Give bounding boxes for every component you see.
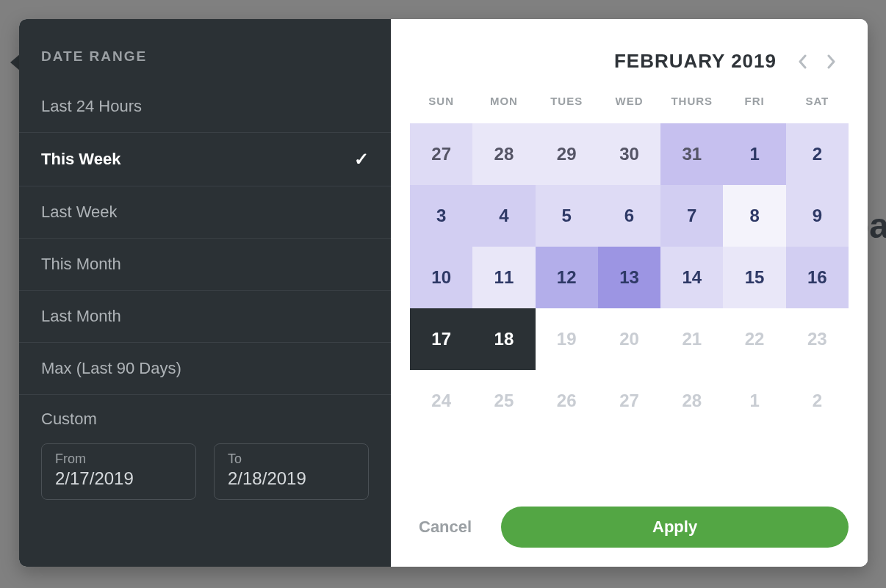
calendar-day[interactable]: 14 (660, 247, 723, 308)
calendar-dow: TUES (536, 95, 598, 120)
to-value: 2/18/2019 (228, 468, 355, 489)
sidebar-item-label: Last Week (41, 203, 118, 222)
calendar-dow: WED (598, 95, 660, 120)
sidebar-item-range[interactable]: This Month (19, 239, 391, 291)
calendar-day[interactable]: 20 (598, 308, 660, 370)
calendar-day[interactable]: 8 (723, 185, 785, 247)
calendar-day[interactable]: 1 (723, 123, 785, 185)
sidebar-item-range[interactable]: Last 24 Hours (19, 81, 391, 133)
calendar-dow: SAT (786, 95, 849, 120)
sidebar-item-range[interactable]: Max (Last 90 Days) (19, 343, 391, 395)
calendar-day[interactable]: 17 (410, 308, 472, 370)
chevron-right-icon (827, 54, 836, 69)
calendar-dow: MON (472, 95, 535, 120)
calendar-day[interactable]: 27 (598, 370, 660, 432)
calendar-day[interactable]: 13 (598, 247, 660, 308)
from-value: 2/17/2019 (55, 468, 182, 489)
sidebar-item-range[interactable]: This Week✓ (19, 133, 391, 186)
calendar-day[interactable]: 6 (598, 185, 660, 247)
custom-range-section: Custom From 2/17/2019 To 2/18/2019 (19, 395, 391, 500)
sidebar-item-label: Last Month (41, 307, 121, 326)
calendar-day[interactable]: 15 (723, 247, 785, 308)
calendar-day[interactable]: 10 (410, 247, 472, 308)
calendar-day[interactable]: 16 (786, 247, 849, 308)
calendar-day[interactable]: 22 (723, 308, 785, 370)
calendar-day[interactable]: 28 (472, 123, 535, 185)
calendar-footer: Cancel Apply (410, 499, 849, 548)
prev-month-button[interactable] (791, 51, 813, 73)
calendar-day[interactable]: 5 (536, 185, 598, 247)
cancel-button[interactable]: Cancel (410, 507, 480, 547)
calendar-day[interactable]: 21 (660, 308, 723, 370)
calendar-day[interactable]: 4 (472, 185, 535, 247)
calendar-day[interactable]: 18 (472, 308, 535, 370)
from-label: From (55, 451, 182, 467)
check-icon: ✓ (354, 149, 369, 170)
calendar-day[interactable]: 1 (723, 370, 785, 432)
calendar-day[interactable]: 28 (660, 370, 723, 432)
calendar-pane: FEBRUARY 2019 SUNMONTUESWEDTHURSFRISAT 2… (391, 19, 868, 567)
to-date-input[interactable]: To 2/18/2019 (214, 443, 369, 500)
sidebar-item-label: Max (Last 90 Days) (41, 359, 181, 378)
calendar-day[interactable]: 31 (660, 123, 723, 185)
calendar-day[interactable]: 3 (410, 185, 472, 247)
calendar-day[interactable]: 27 (410, 123, 472, 185)
sidebar-title: DATE RANGE (19, 19, 391, 81)
calendar-day[interactable]: 7 (660, 185, 723, 247)
sidebar-item-label: This Week (41, 150, 120, 169)
sidebar-item-label: Last 24 Hours (41, 97, 142, 116)
calendar-day[interactable]: 30 (598, 123, 660, 185)
to-label: To (228, 451, 355, 467)
calendar-day[interactable]: 9 (786, 185, 849, 247)
sidebar-item-range[interactable]: Last Week (19, 186, 391, 239)
calendar-day[interactable]: 29 (536, 123, 598, 185)
sidebar-item-range[interactable]: Last Month (19, 291, 391, 343)
calendar-day[interactable]: 12 (536, 247, 598, 308)
calendar-day[interactable]: 19 (536, 308, 598, 370)
calendar-dow: SUN (410, 95, 472, 120)
calendar-dow: FRI (723, 95, 785, 120)
calendar-month-title: FEBRUARY 2019 (614, 50, 777, 73)
calendar-dow: THURS (660, 95, 723, 120)
calendar-day[interactable]: 26 (536, 370, 598, 432)
custom-title: Custom (41, 410, 369, 429)
calendar-header: FEBRUARY 2019 (410, 19, 849, 95)
calendar-day[interactable]: 2 (786, 123, 849, 185)
date-range-panel: DATE RANGE Last 24 HoursThis Week✓Last W… (19, 19, 868, 567)
date-range-sidebar: DATE RANGE Last 24 HoursThis Week✓Last W… (19, 19, 391, 567)
sidebar-item-label: This Month (41, 255, 121, 274)
chevron-left-icon (798, 54, 807, 69)
calendar-day[interactable]: 23 (786, 308, 849, 370)
calendar-day[interactable]: 2 (786, 370, 849, 432)
calendar-day[interactable]: 25 (472, 370, 535, 432)
next-month-button[interactable] (821, 51, 843, 73)
from-date-input[interactable]: From 2/17/2019 (41, 443, 196, 500)
calendar-day[interactable]: 24 (410, 370, 472, 432)
apply-button[interactable]: Apply (501, 507, 849, 548)
calendar-day[interactable]: 11 (472, 247, 535, 308)
